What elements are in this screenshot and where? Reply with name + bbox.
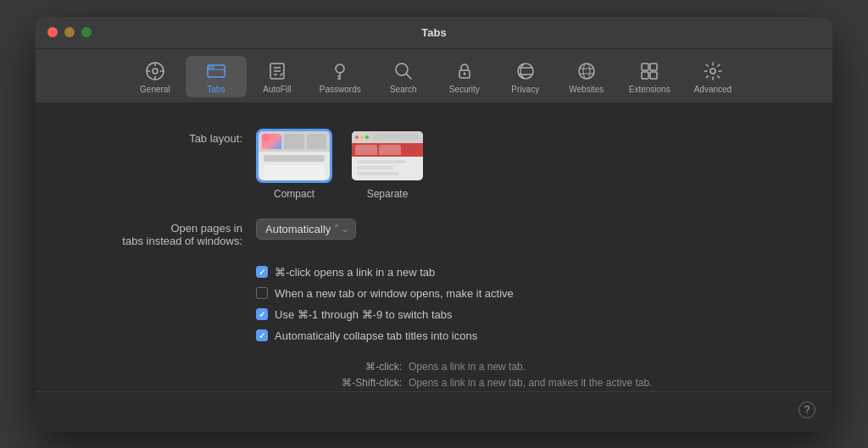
svg-point-20 (583, 64, 590, 79)
search-label: Search (390, 85, 417, 94)
cmd-numbers-label: Use ⌘-1 through ⌘-9 to switch tabs (275, 308, 453, 321)
toolbar-item-passwords[interactable]: Passwords (308, 56, 373, 97)
toolbar-item-autofill[interactable]: AutoFill (247, 56, 308, 97)
tab-layouts: Compact (256, 129, 782, 200)
advanced-label: Advanced (694, 85, 732, 94)
checkbox-row-2: Use ⌘-1 through ⌘-9 to switch tabs (256, 308, 782, 321)
bottom-bar: ? (36, 391, 832, 432)
collapse-titles-label: Automatically collapse tab titles into i… (275, 329, 477, 342)
toolbar-item-security[interactable]: Security (434, 56, 495, 97)
svg-point-19 (579, 64, 594, 79)
kbd-desc-0: Opens a link in a new tab. (409, 361, 526, 373)
close-button[interactable] (47, 27, 58, 37)
compact-label: Compact (274, 188, 314, 200)
toolbar-item-search[interactable]: Search (373, 56, 434, 97)
tabs-label: Tabs (207, 85, 225, 94)
extensions-label: Extensions (629, 85, 670, 94)
compact-layout-preview (256, 129, 332, 183)
toolbar-item-advanced[interactable]: Advanced (682, 56, 743, 97)
toolbar-item-tabs[interactable]: Tabs (186, 56, 247, 97)
cmd-click-checkbox[interactable] (256, 266, 268, 278)
websites-label: Websites (569, 85, 604, 94)
checkbox-row-1: When a new tab or window opens, make it … (256, 287, 782, 300)
minimize-button[interactable] (64, 27, 75, 37)
tabs-icon (204, 59, 228, 83)
general-icon (143, 59, 167, 83)
cmd-click-label: ⌘-click opens a link in a new tab (275, 266, 435, 279)
checkboxes-section: ⌘-click opens a link in a new tab When a… (256, 266, 782, 342)
search-icon (392, 59, 415, 83)
zoom-button[interactable] (81, 27, 92, 37)
traffic-lights (47, 27, 92, 37)
passwords-icon (328, 59, 352, 83)
separate-label: Separate (367, 188, 409, 200)
general-label: General (140, 85, 170, 94)
toolbar-item-extensions[interactable]: Extensions (617, 56, 682, 97)
help-button[interactable]: ? (798, 401, 815, 418)
security-label: Security (449, 85, 480, 94)
collapse-titles-checkbox[interactable] (256, 329, 268, 341)
open-pages-label: Open pages intabs instead of windows: (86, 218, 256, 247)
kbd-desc-1: Opens a link in a new tab, and makes it … (409, 377, 653, 389)
websites-icon (575, 59, 598, 83)
kbd-row-1: ⌘-Shift-click: Opens a link in a new tab… (256, 377, 782, 389)
privacy-icon (514, 59, 537, 83)
toolbar-item-websites[interactable]: Websites (556, 56, 617, 97)
svg-rect-7 (208, 65, 214, 69)
security-icon (453, 59, 476, 83)
svg-rect-24 (650, 64, 657, 70)
new-tab-active-label: When a new tab or window opens, make it … (275, 287, 514, 300)
cmd-numbers-checkbox[interactable] (256, 308, 268, 320)
kbd-key-1: ⌘-Shift-click: (256, 377, 409, 389)
svg-point-13 (336, 64, 344, 73)
svg-line-15 (406, 74, 411, 79)
preferences-window: Tabs General (36, 17, 832, 432)
advanced-icon (701, 59, 725, 83)
svg-point-17 (463, 72, 465, 75)
checkbox-row-0: ⌘-click opens a link in a new tab (256, 266, 782, 279)
open-pages-section: Open pages intabs instead of windows: Au… (86, 218, 782, 247)
kbd-key-0: ⌘-click: (256, 361, 409, 373)
extensions-icon (637, 59, 661, 83)
open-pages-content: Automatically Always Never ⌃⌄ (256, 218, 782, 240)
new-tab-active-checkbox[interactable] (256, 287, 268, 299)
keyboard-shortcuts-info: ⌘-click: Opens a link in a new tab. ⌘-Sh… (256, 361, 782, 391)
titlebar: Tabs (36, 17, 832, 49)
passwords-label: Passwords (320, 85, 361, 94)
privacy-label: Privacy (511, 85, 539, 94)
svg-rect-25 (642, 72, 648, 79)
tab-layout-section: Tab layout: (86, 129, 782, 200)
svg-point-1 (153, 69, 158, 74)
autofill-label: AutoFill (263, 85, 291, 94)
tab-layout-label: Tab layout: (86, 129, 256, 145)
svg-rect-26 (650, 72, 657, 79)
separate-layout-preview (349, 129, 426, 183)
svg-rect-23 (642, 64, 648, 70)
auto-select-wrapper: Automatically Always Never ⌃⌄ (256, 218, 356, 240)
separate-layout-option[interactable]: Separate (349, 129, 426, 200)
toolbar-item-privacy[interactable]: Privacy (495, 56, 556, 97)
kbd-row-0: ⌘-click: Opens a link in a new tab. (256, 361, 782, 373)
autofill-icon (265, 59, 289, 83)
toolbar-item-general[interactable]: General (125, 56, 186, 97)
compact-layout-option[interactable]: Compact (256, 129, 332, 200)
content-area: Tab layout: (36, 103, 832, 391)
svg-point-27 (710, 69, 715, 74)
checkbox-row-3: Automatically collapse tab titles into i… (256, 329, 782, 342)
open-pages-select[interactable]: Automatically Always Never (256, 218, 356, 240)
window-title: Tabs (421, 26, 446, 39)
toolbar: General Tabs (36, 49, 832, 103)
